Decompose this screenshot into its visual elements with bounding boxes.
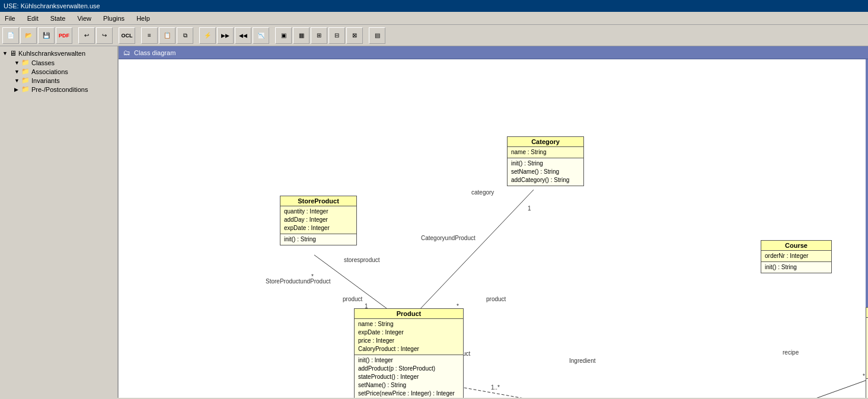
- svg-text:1: 1: [528, 205, 531, 212]
- sidebar-item-invariants[interactable]: ▼ 📁 Invariants: [13, 76, 116, 85]
- class-course-attributes: orderNr : Integer: [761, 251, 831, 262]
- svg-text:CategoryundProduct: CategoryundProduct: [421, 235, 476, 241]
- sidebar-item-classes[interactable]: ▼ 📁 Classes: [13, 58, 116, 67]
- tree-classes: ▼ 📁 Classes: [1, 58, 116, 67]
- open-button[interactable]: 📂: [20, 27, 37, 44]
- svg-text:product: product: [486, 296, 506, 302]
- folder-icon: 📁: [21, 59, 30, 66]
- folder-icon-inv: 📁: [21, 76, 30, 84]
- toolbar-btn-5[interactable]: ▶▶: [217, 27, 234, 44]
- sidebar-label-invariants: Invariants: [31, 77, 60, 84]
- class-category-attributes: name : String: [508, 147, 583, 158]
- toolbar-btn-3[interactable]: ⧉: [177, 27, 193, 44]
- tree-root-label: Kuhlschranksverwalten: [18, 50, 85, 57]
- class-category-methods: init() : String setName() : String addCa…: [508, 158, 583, 186]
- svg-line-3: [723, 379, 866, 398]
- expand-prepost[interactable]: ▶: [14, 87, 21, 92]
- sidebar: ▼ 🖥 Kuhlschranksverwalten ▼ 📁 Classes ▼ …: [0, 46, 119, 398]
- save-button[interactable]: 💾: [38, 27, 55, 44]
- toolbar-btn-9[interactable]: ▦: [293, 27, 309, 44]
- main-layout: ▼ 🖥 Kuhlschranksverwalten ▼ 📁 Classes ▼ …: [0, 46, 868, 398]
- tree-invariants: ▼ 📁 Invariants: [1, 76, 116, 85]
- class-course[interactable]: Course orderNr : Integer init() : String: [761, 240, 832, 273]
- toolbar-btn-8[interactable]: ▣: [275, 27, 292, 44]
- menu-help[interactable]: Help: [134, 14, 152, 23]
- class-product-methods: init() : Integer addProduct(p : StorePro…: [355, 355, 463, 398]
- menu-view[interactable]: View: [75, 14, 94, 23]
- class-course-header: Course: [761, 241, 831, 251]
- menu-file[interactable]: File: [2, 14, 18, 23]
- menu-edit[interactable]: Edit: [25, 14, 41, 23]
- sidebar-label-classes: Classes: [31, 59, 55, 66]
- tree-root-item[interactable]: ▼ 🖥 Kuhlschranksverwalten: [1, 49, 116, 58]
- svg-text:StoreProductundProduct: StoreProductundProduct: [266, 278, 331, 285]
- menu-bar: File Edit State View Plugins Help: [0, 12, 868, 25]
- canvas-area[interactable]: 🗂 Class diagram category 1 CategoryundPr…: [119, 46, 868, 398]
- svg-text:*: *: [311, 273, 314, 280]
- svg-text:category: category: [471, 189, 494, 196]
- class-product-attributes: name : String expDate : Integer price : …: [355, 319, 463, 355]
- expand-associations[interactable]: ▼: [14, 69, 21, 75]
- toolbar-btn-6[interactable]: ◀◀: [235, 27, 251, 44]
- new-button[interactable]: 📄: [2, 27, 19, 44]
- sidebar-label-associations: Associations: [31, 68, 68, 75]
- toolbar-btn-1[interactable]: ≡: [141, 27, 158, 44]
- print-button[interactable]: PDF: [56, 27, 72, 44]
- toolbar-btn-10[interactable]: ⊞: [311, 27, 327, 44]
- class-course-methods: init() : String: [761, 262, 831, 273]
- undo-button[interactable]: ↩: [78, 27, 95, 44]
- class-storeproduct[interactable]: StoreProduct quantity : Integer addDay :…: [280, 196, 357, 245]
- svg-line-1: [314, 255, 391, 312]
- menu-state[interactable]: State: [48, 14, 68, 23]
- toolbar-btn-13[interactable]: ▤: [369, 27, 385, 44]
- tree-root: ▼ 🖥 Kuhlschranksverwalten ▼ 📁 Classes ▼ …: [0, 46, 117, 96]
- title-text: USE: Kühlschranksverwalten.use: [4, 2, 100, 9]
- class-recipe[interactable]: Recipe name : String descriptionRecipe :…: [866, 307, 868, 398]
- class-category[interactable]: Category name : String init() : String s…: [507, 136, 584, 186]
- title-bar: USE: Kühlschranksverwalten.use: [0, 0, 868, 12]
- diagram-canvas[interactable]: category 1 CategoryundProduct storesprod…: [119, 59, 866, 398]
- toolbar-btn-11[interactable]: ⊟: [328, 27, 345, 44]
- sidebar-label-prepost: Pre-/Postconditions: [31, 86, 88, 93]
- expand-invariants[interactable]: ▼: [14, 78, 21, 84]
- toolbar-btn-4[interactable]: ⚡: [199, 27, 216, 44]
- svg-text:product: product: [343, 296, 363, 302]
- svg-connections: category 1 CategoryundProduct storesprod…: [119, 59, 866, 398]
- svg-text:Ingredient: Ingredient: [569, 357, 596, 364]
- diagram-title: Class diagram: [134, 49, 175, 56]
- sidebar-item-associations[interactable]: ▼ 📁 Associations: [13, 67, 116, 76]
- toolbar-btn-2[interactable]: 📋: [159, 27, 175, 44]
- sidebar-item-prepost[interactable]: ▶ 📁 Pre-/Postconditions: [13, 85, 116, 94]
- class-product-header: Product: [355, 309, 463, 319]
- svg-text:1..*: 1..*: [491, 384, 500, 391]
- tree-prepost: ▶ 📁 Pre-/Postconditions: [1, 85, 116, 94]
- ocl-button[interactable]: OCL: [119, 27, 135, 44]
- class-product[interactable]: Product name : String expDate : Integer …: [354, 308, 464, 398]
- svg-text:*: *: [863, 373, 865, 379]
- expand-root[interactable]: ▼: [2, 50, 9, 56]
- class-storeproduct-methods: init() : String: [280, 234, 356, 245]
- menu-plugins[interactable]: Plugins: [101, 14, 127, 23]
- class-storeproduct-header: StoreProduct: [280, 196, 356, 206]
- tree-associations: ▼ 📁 Associations: [1, 67, 116, 76]
- diagram-icon: 🗂: [123, 49, 130, 57]
- toolbar: 📄 📂 💾 PDF ↩ ↪ OCL ≡ 📋 ⧉ ⚡ ▶▶ ◀◀ 📉 ▣ ▦ ⊞ …: [0, 25, 868, 46]
- expand-classes[interactable]: ▼: [14, 60, 21, 66]
- redo-button[interactable]: ↪: [96, 27, 113, 44]
- toolbar-btn-12[interactable]: ⊠: [346, 27, 363, 44]
- svg-text:recipe: recipe: [783, 349, 799, 356]
- folder-icon-prepost: 📁: [21, 85, 30, 93]
- svg-text:storesproduct: storesproduct: [344, 257, 380, 263]
- class-storeproduct-attributes: quantity : Integer addDay : Integer expD…: [280, 206, 356, 234]
- class-category-header: Category: [508, 137, 583, 147]
- canvas-header: 🗂 Class diagram: [119, 46, 868, 59]
- svg-line-0: [417, 190, 534, 312]
- toolbar-btn-7[interactable]: 📉: [253, 27, 269, 44]
- folder-icon-assoc: 📁: [21, 68, 30, 75]
